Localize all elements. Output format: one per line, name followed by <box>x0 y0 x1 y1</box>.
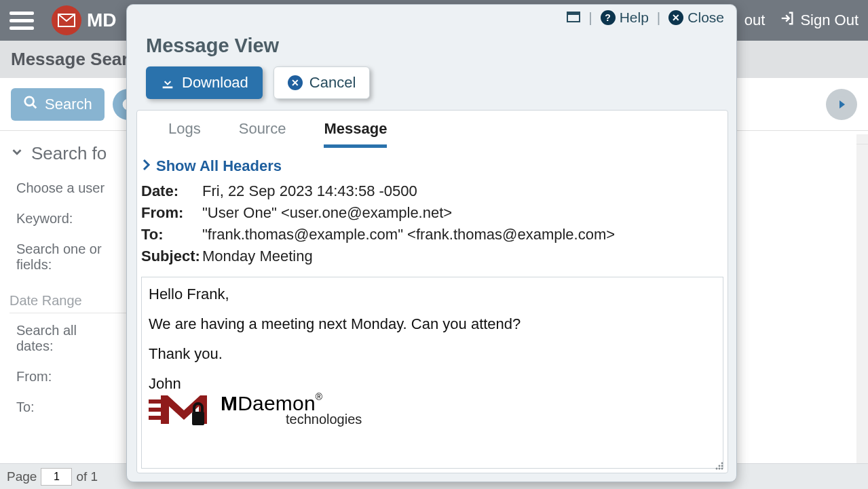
close-icon: ✕ <box>668 10 683 25</box>
chevron-right-icon <box>141 157 151 175</box>
dialog-buttons: Download ✕ Cancel <box>127 66 736 109</box>
choose-user-label: Choose a user <box>16 180 133 196</box>
chevron-down-icon <box>10 143 24 164</box>
sidebar-heading[interactable]: Search fo <box>10 143 133 164</box>
message-view-dialog: | ? Help | ✕ Close Message View Download… <box>126 4 737 482</box>
search-all-dates-label: Search alldates: <box>16 323 133 354</box>
search-button[interactable]: Search <box>11 88 105 121</box>
show-all-headers-link[interactable]: Show All Headers <box>138 148 728 179</box>
header-to-value: "frank.thomas@example.com" <frank.thomas… <box>202 226 723 243</box>
separator: | <box>588 9 592 26</box>
date-range-label: Date Range <box>10 293 133 313</box>
header-to-key: To: <box>141 226 202 243</box>
header-from-key: From: <box>141 204 202 222</box>
help-icon: ? <box>601 10 616 25</box>
to-date-label: To: <box>16 399 133 415</box>
svg-point-13 <box>719 468 721 470</box>
tab-logs[interactable]: Logs <box>168 120 201 148</box>
dialog-titlebar: | ? Help | ✕ Close <box>127 5 736 31</box>
svg-rect-8 <box>192 412 204 425</box>
signature-text: MDaemon® technologies <box>221 393 362 426</box>
download-button[interactable]: Download <box>146 66 263 99</box>
mdaemon-mark-icon <box>149 391 214 428</box>
body-line: We are having a meeting next Monday. Can… <box>149 315 716 333</box>
signature-logo: MDaemon® technologies <box>149 391 716 428</box>
from-date-label: From: <box>16 369 133 385</box>
tab-message[interactable]: Message <box>324 120 387 148</box>
logo-text: MD <box>87 9 117 31</box>
forward-button[interactable] <box>826 89 857 120</box>
resize-grip-icon[interactable] <box>713 459 725 471</box>
nav-about[interactable]: out <box>744 12 766 29</box>
close-link[interactable]: ✕ Close <box>668 9 724 26</box>
dialog-heading: Message View <box>127 31 736 66</box>
menu-icon[interactable] <box>10 5 39 35</box>
body-line: John <box>149 375 716 393</box>
dialog-content: Logs Source Message Show All Headers Dat… <box>136 110 728 473</box>
page-input[interactable] <box>41 468 72 486</box>
nav-signout[interactable]: Sign Out <box>780 11 858 30</box>
cancel-button[interactable]: ✕ Cancel <box>273 66 370 99</box>
window-icon[interactable] <box>567 9 580 26</box>
header-date-key: Date: <box>141 182 202 200</box>
body-line: Thank you. <box>149 345 716 363</box>
search-one-label: Search one orfields: <box>16 241 133 273</box>
envelope-icon <box>52 5 81 35</box>
message-headers: Date:Fri, 22 Sep 2023 14:43:58 -0500 Fro… <box>137 179 728 274</box>
page-scrollbar[interactable] <box>856 134 868 463</box>
keyword-label: Keyword: <box>16 211 133 227</box>
page-label: Page <box>7 469 37 484</box>
download-icon <box>160 75 175 90</box>
separator: | <box>657 9 660 26</box>
tab-source[interactable]: Source <box>239 120 286 148</box>
svg-point-10 <box>719 465 721 467</box>
search-sidebar: Search fo Choose a user Keyword: Search … <box>0 131 143 463</box>
header-date-value: Fri, 22 Sep 2023 14:43:58 -0500 <box>202 182 723 200</box>
svg-point-9 <box>721 463 723 465</box>
message-body[interactable]: Hello Frank, We are having a meeting nex… <box>142 277 723 468</box>
tabs: Logs Source Message <box>137 111 728 148</box>
svg-point-12 <box>716 468 718 470</box>
svg-rect-4 <box>567 12 580 15</box>
page-of: of 1 <box>76 469 98 484</box>
help-link[interactable]: ? Help <box>601 9 649 26</box>
svg-point-0 <box>25 96 34 105</box>
body-line: Hello Frank, <box>149 286 716 303</box>
message-body-frame: Hello Frank, We are having a meeting nex… <box>141 277 723 469</box>
cancel-icon: ✕ <box>288 75 303 90</box>
svg-point-11 <box>721 465 723 467</box>
header-subject-key: Subject: <box>141 248 202 265</box>
header-subject-value: Monday Meeting <box>202 248 723 265</box>
app-logo: MD <box>52 5 117 35</box>
svg-point-14 <box>721 468 723 470</box>
search-icon <box>23 95 38 114</box>
header-from-value: "User One" <user.one@example.net> <box>202 204 723 222</box>
signout-icon <box>780 11 795 30</box>
